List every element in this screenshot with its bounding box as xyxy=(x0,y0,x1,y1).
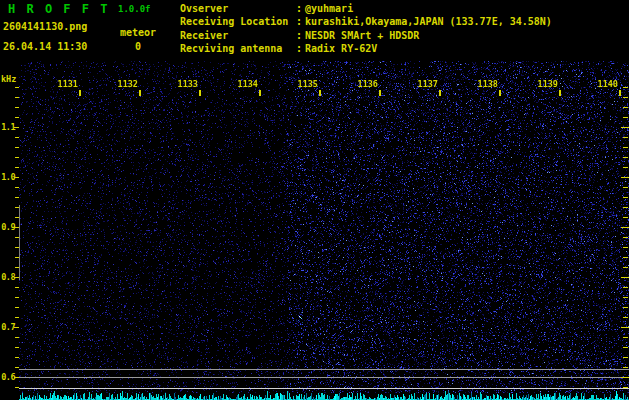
info-separator: : xyxy=(293,3,305,14)
app-version: 1.0.0f xyxy=(118,4,151,14)
x-tick-label: 1134 xyxy=(234,79,258,89)
info-row-location: Receiving Location:kurashiki,Okayama,JAP… xyxy=(180,16,552,27)
x-tick-label: 1138 xyxy=(474,79,498,89)
y-tick-label: 0.8 xyxy=(0,272,15,282)
info-label: Receiving Location xyxy=(180,16,293,27)
info-value: Radix RY-62V xyxy=(305,43,377,54)
info-label: Recviving antenna xyxy=(180,43,293,54)
x-tick-label: 1140 xyxy=(594,79,618,89)
datetime-label: 26.04.14 11:30 xyxy=(3,41,87,52)
x-tick-label: 1139 xyxy=(534,79,558,89)
header: H R O F F T 1.0.0f 2604141130.png 26.04.… xyxy=(0,0,629,60)
info-row-antenna: Recviving antenna:Radix RY-62V xyxy=(180,43,377,54)
hrofft-window: { "app": { "title": "H R O F F T", "vers… xyxy=(0,0,629,400)
output-filename: 2604141130.png xyxy=(3,21,87,32)
x-tick-label: 1133 xyxy=(174,79,198,89)
info-row-receiver: Receiver:NESDR SMArt + HDSDR xyxy=(180,30,419,41)
app-title: H R O F F T xyxy=(8,2,109,16)
meteor-count-value: 0 xyxy=(116,41,160,52)
info-label: Receiver xyxy=(180,30,293,41)
spectrogram-canvas xyxy=(19,61,629,400)
y-tick-label: 0.6 xyxy=(0,372,15,382)
info-row-observer: Ovserver:@yuhmari xyxy=(180,3,353,14)
info-value: @yuhmari xyxy=(305,3,353,14)
y-tick-label: 0.7 xyxy=(0,322,15,332)
x-tick-label: 1135 xyxy=(294,79,318,89)
x-tick-label: 1137 xyxy=(414,79,438,89)
meteor-count-label: meteor xyxy=(116,27,160,38)
y-tick-label: 1.0 xyxy=(0,172,15,182)
x-tick-label: 1132 xyxy=(114,79,138,89)
info-value: NESDR SMArt + HDSDR xyxy=(305,30,419,41)
y-tick-label: 1.1 xyxy=(0,122,15,132)
info-separator: : xyxy=(293,43,305,54)
x-tick-label: 1131 xyxy=(54,79,78,89)
x-tick-label: 1136 xyxy=(354,79,378,89)
info-separator: : xyxy=(293,30,305,41)
y-tick-label: 0.9 xyxy=(0,222,15,232)
info-separator: : xyxy=(293,16,305,27)
y-axis-unit-label: kHz xyxy=(1,74,16,84)
info-value: kurashiki,Okayama,JAPAN (133.77E, 34.58N… xyxy=(305,16,552,27)
info-label: Ovserver xyxy=(180,3,293,14)
